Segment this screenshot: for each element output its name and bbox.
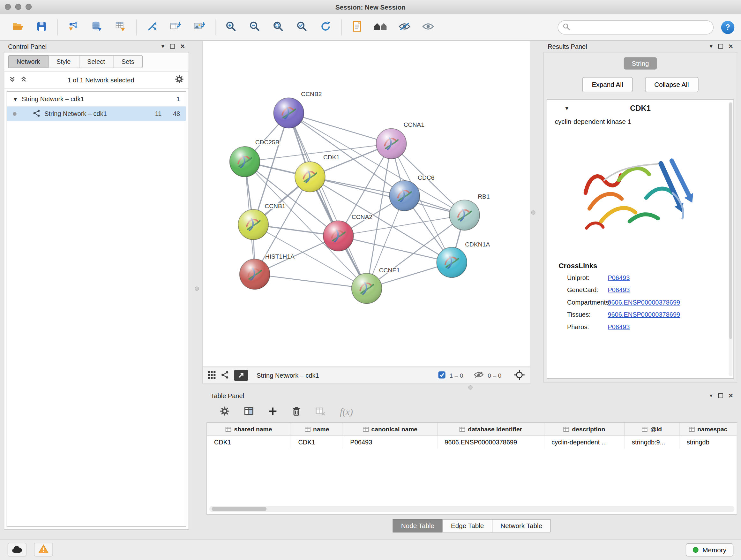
- network-edge-hist1h1a-ccne1[interactable]: [255, 274, 367, 288]
- tab-network[interactable]: Network: [8, 55, 49, 68]
- tab-node-table[interactable]: Node Table: [393, 519, 443, 532]
- column-header[interactable]: namespac: [679, 423, 737, 435]
- import-network-database-button[interactable]: [85, 16, 108, 38]
- annotation-button[interactable]: [346, 16, 368, 38]
- delete-column-icon[interactable]: [292, 406, 301, 418]
- warnings-button[interactable]: [34, 543, 53, 557]
- cloud-button[interactable]: [8, 543, 26, 557]
- column-header[interactable]: name: [291, 423, 343, 435]
- zoom-selected-button[interactable]: [291, 16, 313, 38]
- tab-sets[interactable]: Sets: [113, 55, 143, 68]
- column-header[interactable]: shared name: [207, 423, 291, 435]
- splitter-handle[interactable]: [195, 287, 199, 291]
- network-node-ccna1[interactable]: [376, 129, 407, 159]
- network-node-cdk1[interactable]: [295, 162, 325, 192]
- column-header[interactable]: canonical name: [343, 423, 437, 435]
- tab-string[interactable]: String: [623, 57, 657, 70]
- network-node-rb1[interactable]: [449, 200, 480, 230]
- network-canvas-svg[interactable]: CCNB2CCNA1CDC25BCDK1CDC6RB1CCNB1CCNA2CDK…: [203, 41, 530, 367]
- tab-network-table[interactable]: Network Table: [492, 519, 551, 532]
- save-session-button[interactable]: [30, 16, 53, 38]
- panel-close-icon[interactable]: ×: [180, 44, 185, 49]
- gene-expander-icon[interactable]: ▼: [564, 105, 569, 111]
- table-cell[interactable]: CDK1: [207, 436, 291, 449]
- table-cell[interactable]: 9606.ENSP00000378699: [437, 436, 544, 449]
- import-table-file-button[interactable]: [109, 16, 132, 38]
- zoom-in-button[interactable]: [220, 16, 243, 38]
- panel-close-icon[interactable]: ×: [729, 44, 733, 49]
- column-header[interactable]: description: [544, 423, 625, 435]
- zoom-out-button[interactable]: [244, 16, 266, 38]
- fit-crosshair-icon[interactable]: [514, 369, 525, 382]
- collapse-all-icon[interactable]: [9, 76, 16, 84]
- table-cell[interactable]: cyclin-dependent ...: [544, 436, 625, 449]
- column-header[interactable]: database identifier: [437, 423, 544, 435]
- table-horizontal-scrollbar[interactable]: [209, 506, 734, 512]
- tab-style[interactable]: Style: [48, 55, 79, 68]
- zoom-fit-button[interactable]: [267, 16, 290, 38]
- panel-float-icon[interactable]: [718, 44, 723, 49]
- crosslink-link[interactable]: 9606.ENSP00000378699: [608, 311, 680, 318]
- memory-button[interactable]: Memory: [686, 543, 733, 556]
- show-columns-icon[interactable]: [244, 406, 254, 418]
- tab-edge-table[interactable]: Edge Table: [442, 519, 492, 532]
- column-header[interactable]: @id: [625, 423, 680, 435]
- network-node-ccnb2[interactable]: [273, 98, 304, 128]
- crosslink-link[interactable]: P06493: [608, 323, 630, 330]
- selected-checkbox-icon[interactable]: [438, 371, 446, 380]
- detach-view-button[interactable]: [234, 370, 248, 381]
- panel-float-icon[interactable]: [170, 44, 175, 49]
- export-table-button[interactable]: [164, 16, 187, 38]
- network-node-hist1h1a[interactable]: [240, 259, 270, 290]
- crosslink-link[interactable]: 9606.ENSP00000378699: [608, 299, 680, 306]
- splitter-handle[interactable]: [468, 385, 473, 389]
- network-edge-ccnb2-ccne1[interactable]: [289, 113, 367, 288]
- birds-eye-view-button[interactable]: [369, 16, 392, 38]
- table-cell[interactable]: P06493: [343, 436, 437, 449]
- show-graphics-details-button[interactable]: [417, 16, 440, 38]
- crosslink-link[interactable]: P06493: [608, 287, 630, 294]
- splitter-handle[interactable]: [531, 210, 535, 214]
- network-row-selected[interactable]: String Network – cdk1 11 48: [7, 106, 186, 121]
- network-edge-ccnb2-ccna1[interactable]: [289, 113, 391, 144]
- first-neighbors-button[interactable]: [141, 16, 163, 38]
- search-input[interactable]: [573, 23, 709, 30]
- hidden-eye-slash-icon[interactable]: [474, 371, 484, 380]
- help-button[interactable]: ?: [721, 20, 734, 34]
- panel-close-icon[interactable]: ×: [729, 393, 733, 398]
- panel-float-icon[interactable]: [718, 393, 723, 398]
- network-collection-row[interactable]: ▼ String Network – cdk1 1: [7, 91, 186, 106]
- expand-all-icon[interactable]: [20, 76, 27, 84]
- network-edge-ccna2-cdkn1a[interactable]: [338, 236, 452, 262]
- gene-scrollbar[interactable]: [729, 102, 732, 376]
- collapse-all-button[interactable]: Collapse All: [645, 77, 698, 92]
- grid-view-icon[interactable]: [207, 370, 216, 380]
- network-edge-cdk1-rb1[interactable]: [310, 177, 464, 215]
- network-node-ccna2[interactable]: [323, 221, 354, 251]
- network-share-view-icon[interactable]: [221, 370, 229, 380]
- network-node-cdkn1a[interactable]: [436, 247, 467, 277]
- hide-graphics-details-button[interactable]: [393, 16, 416, 38]
- apply-layout-button[interactable]: [314, 16, 337, 38]
- expand-all-button[interactable]: Expand All: [583, 77, 632, 92]
- network-canvas[interactable]: CCNB2CCNA1CDC25BCDK1CDC6RB1CCNB1CCNA2CDK…: [202, 41, 530, 367]
- create-column-icon[interactable]: [268, 407, 278, 417]
- network-node-cdc25b[interactable]: [230, 146, 260, 177]
- network-options-gear-icon[interactable]: [175, 75, 184, 85]
- export-image-button[interactable]: [188, 16, 211, 38]
- table-cell[interactable]: stringdb:9...: [625, 436, 680, 449]
- panel-menu-icon[interactable]: ▾: [161, 43, 164, 50]
- table-options-gear-icon[interactable]: [220, 406, 230, 418]
- collection-expander-icon[interactable]: ▼: [13, 96, 18, 102]
- network-node-ccnb1[interactable]: [238, 209, 268, 240]
- network-node-ccne1[interactable]: [352, 273, 382, 304]
- gene-header[interactable]: ▼ CDK1: [547, 100, 733, 117]
- network-node-cdc6[interactable]: [389, 181, 420, 211]
- crosslink-link[interactable]: P06493: [608, 274, 630, 281]
- table-row[interactable]: CDK1 CDK1 P06493 9606.ENSP00000378699 cy…: [207, 436, 737, 449]
- table-cell[interactable]: CDK1: [291, 436, 343, 449]
- import-network-file-button[interactable]: [62, 16, 84, 38]
- open-session-button[interactable]: [7, 16, 29, 38]
- panel-menu-icon[interactable]: ▾: [710, 392, 713, 399]
- panel-menu-icon[interactable]: ▾: [710, 43, 713, 50]
